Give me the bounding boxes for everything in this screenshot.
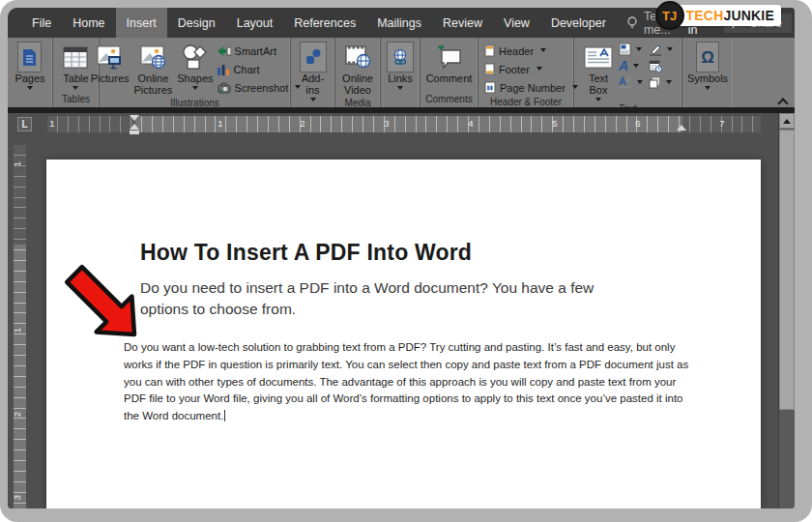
symbols-button[interactable]: Ω Symbols [685, 41, 730, 91]
group-pages: Pages [8, 38, 53, 107]
left-indent-marker[interactable] [130, 130, 139, 134]
pages-label: Pages [14, 72, 44, 84]
lightbulb-icon [626, 16, 638, 30]
text-minigrid: A [617, 41, 675, 91]
comment-icon [436, 42, 463, 72]
hanging-indent-marker[interactable] [130, 124, 139, 130]
links-caret-icon [397, 86, 403, 90]
insert-ribbon: Pages Table Tables [8, 38, 795, 107]
techjunkie-wordmark: TECHJUNKIE [671, 5, 781, 26]
group-illustrations: Pictures Online Pictures Shapes [100, 38, 291, 107]
tab-developer[interactable]: Developer [540, 8, 617, 38]
right-indent-marker[interactable] [677, 125, 686, 130]
quick-parts-button[interactable] [619, 42, 643, 57]
object-caret-icon [666, 80, 672, 84]
online-video-button[interactable]: Online Video [336, 41, 379, 97]
online-video-label: Online Video [338, 72, 377, 96]
object-button[interactable] [649, 74, 673, 90]
vertical-ruler-top-margin [14, 145, 26, 245]
symbols-caret-icon [705, 86, 710, 90]
header-label: Header [499, 45, 534, 57]
collapse-ribbon-icon[interactable] [778, 98, 788, 105]
signature-line-icon [649, 44, 662, 56]
pictures-icon [97, 42, 123, 72]
shapes-button[interactable]: Shapes [175, 41, 215, 91]
text-box-icon [584, 42, 613, 72]
tab-insert[interactable]: Insert [116, 8, 167, 38]
tab-file[interactable]: File [21, 8, 62, 38]
addins-button[interactable]: Add-ins [296, 41, 331, 102]
group-label-tables: Tables [55, 93, 97, 107]
tab-layout[interactable]: Layout [226, 8, 284, 38]
text-box-button[interactable]: Text Box [581, 41, 616, 102]
document-page[interactable]: How To Insert A PDF Into Word Do you nee… [46, 160, 761, 508]
drop-cap-button[interactable] [619, 74, 643, 90]
document-canvas: 1 1 2 3 How To Insert A PDF Into Word Do… [8, 135, 778, 508]
page-number-label: Page Number [500, 82, 566, 94]
first-line-indent-marker[interactable] [130, 115, 139, 121]
links-button[interactable]: Links [385, 41, 416, 91]
table-button[interactable]: Table [61, 41, 90, 91]
window-frame: File Home Insert Design Layout Reference… [0, 0, 812, 522]
page-number-icon [484, 81, 496, 94]
wordart-caret-icon [633, 64, 639, 68]
tab-review[interactable]: Review [432, 8, 493, 38]
ruler-left-margin [47, 116, 135, 132]
tab-mailings[interactable]: Mailings [366, 8, 432, 38]
wordart-icon: A [619, 58, 628, 73]
online-pictures-icon [140, 42, 166, 72]
document-body-paragraph: Do you want a low-tech solution to grabb… [124, 339, 700, 425]
pages-icon [17, 42, 42, 72]
vertical-ruler[interactable]: 1 1 2 3 [14, 145, 26, 508]
horizontal-ruler[interactable]: 1 1 2 3 4 5 6 7 [47, 116, 761, 132]
group-label-comments: Comments [422, 93, 476, 107]
tab-home[interactable]: Home [62, 8, 115, 38]
screenshot-icon [217, 82, 231, 94]
links-label: Links [388, 72, 413, 84]
text-box-caret-icon [595, 98, 601, 102]
document-lead-paragraph: Do you need to insert a PDF into a Word … [140, 277, 628, 320]
screenshot-label: Screenshot [235, 82, 289, 94]
chart-icon [217, 64, 230, 75]
header-button[interactable]: Header [484, 43, 578, 59]
footer-button[interactable]: Footer [484, 61, 578, 77]
header-caret-icon [540, 48, 546, 52]
group-links: Links [381, 38, 420, 107]
addins-caret-icon [310, 98, 316, 102]
scroll-up-icon [783, 119, 791, 124]
header-icon [484, 44, 495, 57]
addins-icon [300, 42, 327, 72]
footer-caret-icon [536, 67, 542, 71]
pictures-button[interactable]: Pictures [89, 41, 131, 85]
tab-view[interactable]: View [493, 8, 540, 38]
pages-caret-icon [27, 86, 33, 90]
scrollbar-thumb[interactable] [779, 130, 795, 410]
online-pictures-button[interactable]: Online Pictures [132, 41, 175, 97]
signature-line-button[interactable] [649, 42, 673, 57]
scroll-up-button[interactable] [779, 113, 795, 129]
date-time-button[interactable] [649, 58, 673, 73]
pages-button[interactable]: Pages [13, 41, 46, 91]
group-symbols: Ω Symbols [682, 38, 733, 107]
text-box-label: Text Box [583, 72, 614, 96]
wordart-button[interactable]: A [619, 58, 643, 73]
tab-design[interactable]: Design [167, 8, 226, 38]
symbols-label: Symbols [687, 72, 728, 84]
table-caret-icon [72, 86, 78, 90]
screenshot-button[interactable]: Screenshot [217, 79, 302, 96]
vertical-scrollbar[interactable] [778, 113, 795, 508]
page-number-button[interactable]: Page Number [484, 79, 578, 96]
footer-icon [484, 63, 495, 75]
tab-stop-selector[interactable]: L [17, 117, 32, 131]
chart-button[interactable]: Chart [217, 61, 302, 77]
tab-references[interactable]: References [283, 8, 366, 38]
quick-parts-caret-icon [636, 47, 642, 51]
group-addins: Add-ins [291, 38, 335, 107]
pictures-label: Pictures [91, 72, 130, 84]
group-comments: Comment Comments [420, 38, 478, 107]
drop-cap-caret-icon [637, 80, 643, 84]
chart-label: Chart [234, 64, 260, 75]
comment-button[interactable]: Comment [424, 41, 475, 85]
smartart-button[interactable]: SmartArt [217, 43, 302, 59]
smartart-label: SmartArt [235, 45, 276, 57]
